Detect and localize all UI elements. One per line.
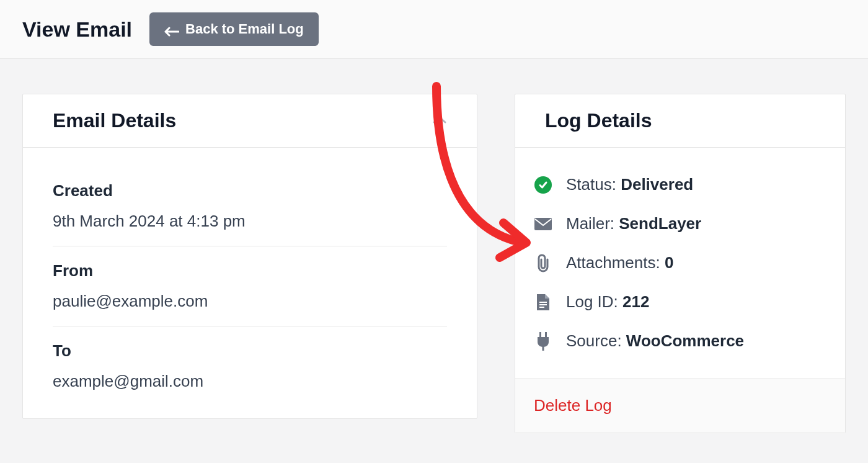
plug-icon — [535, 332, 551, 351]
created-label: Created — [53, 181, 447, 200]
log-details-header: Log Details — [515, 94, 845, 148]
page-header: View Email Back to Email Log — [0, 0, 868, 59]
mailer-text: Mailer: SendLayer — [566, 214, 701, 233]
email-details-body: Created 9th March 2024 at 4:13 pm From p… — [23, 148, 477, 418]
back-button-label: Back to Email Log — [185, 21, 304, 37]
chevron-up-icon — [432, 115, 447, 124]
log-id-icon — [534, 293, 552, 312]
content-area: Email Details Created 9th March 2024 at … — [0, 59, 868, 433]
delete-log-button[interactable]: Delete Log — [534, 396, 612, 415]
envelope-icon — [534, 217, 552, 231]
log-id-label: Log ID: — [566, 292, 622, 311]
status-label: Status: — [566, 175, 621, 194]
svg-rect-2 — [539, 304, 547, 305]
to-value: example@gmail.com — [53, 372, 447, 391]
source-label: Source: — [566, 331, 626, 350]
paperclip-icon — [535, 254, 551, 272]
status-value: Delivered — [621, 175, 693, 194]
log-id-text: Log ID: 212 — [566, 292, 649, 312]
from-label: From — [53, 261, 447, 281]
check-circle-icon — [534, 176, 552, 194]
attachments-icon — [534, 254, 552, 272]
attachments-text: Attachments: 0 — [566, 253, 673, 272]
email-details-card: Email Details Created 9th March 2024 at … — [22, 94, 477, 419]
log-row-status: Status: Delivered — [534, 165, 826, 204]
to-label: To — [53, 341, 447, 361]
svg-rect-3 — [539, 307, 544, 308]
mailer-value: SendLayer — [619, 214, 701, 233]
log-details-body: Status: Delivered Mailer: SendLayer — [515, 148, 845, 378]
log-row-log-id: Log ID: 212 — [534, 282, 826, 321]
back-to-email-log-button[interactable]: Back to Email Log — [149, 12, 319, 46]
mailer-icon — [534, 215, 552, 233]
svg-rect-1 — [539, 302, 547, 303]
field-to: To example@gmail.com — [53, 326, 447, 406]
email-details-header[interactable]: Email Details — [23, 94, 477, 148]
attachments-label: Attachments: — [566, 253, 665, 272]
svg-rect-5 — [545, 332, 547, 337]
status-text: Status: Delivered — [566, 175, 693, 194]
arrow-left-icon — [164, 24, 179, 34]
field-created: Created 9th March 2024 at 4:13 pm — [53, 166, 447, 246]
field-from: From paulie@example.com — [53, 246, 447, 326]
source-value: WooCommerce — [626, 331, 744, 350]
source-text: Source: WooCommerce — [566, 331, 744, 351]
svg-rect-0 — [534, 218, 552, 230]
svg-rect-6 — [542, 346, 544, 351]
log-details-heading: Log Details — [545, 109, 815, 132]
svg-rect-4 — [539, 332, 541, 337]
mailer-label: Mailer: — [566, 214, 619, 233]
from-value: paulie@example.com — [53, 292, 447, 311]
log-row-source: Source: WooCommerce — [534, 321, 826, 361]
page-title: View Email — [22, 17, 132, 42]
document-icon — [536, 293, 551, 312]
source-icon — [534, 332, 552, 351]
email-details-heading: Email Details — [53, 109, 447, 132]
log-row-mailer: Mailer: SendLayer — [534, 204, 826, 243]
log-row-attachments: Attachments: 0 — [534, 243, 826, 282]
status-icon — [534, 176, 552, 194]
log-details-card: Log Details Status: Delivered — [515, 94, 846, 433]
delete-section: Delete Log — [515, 378, 845, 433]
attachments-value: 0 — [665, 253, 673, 272]
log-id-value: 212 — [622, 292, 649, 311]
created-value: 9th March 2024 at 4:13 pm — [53, 212, 447, 231]
